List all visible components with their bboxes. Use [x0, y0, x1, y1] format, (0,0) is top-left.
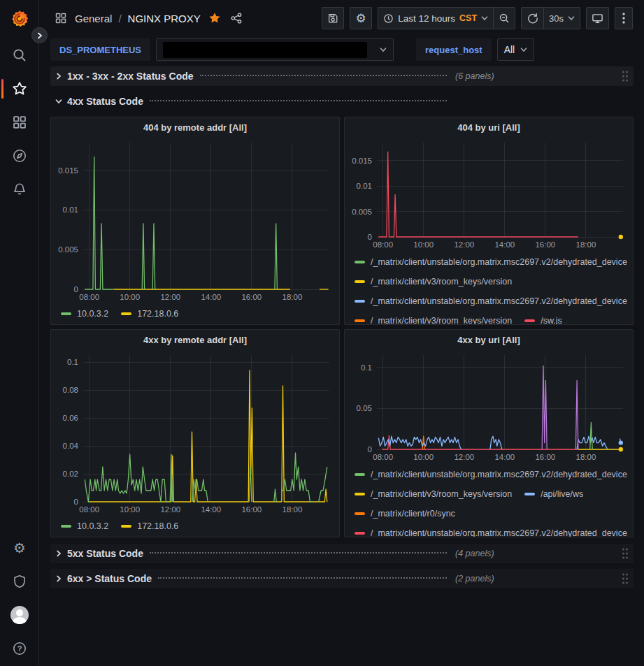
dashboard-header: General / NGINX PROXY — [39, 0, 644, 36]
series-color-swatch — [121, 312, 131, 315]
series-color-swatch — [355, 319, 365, 322]
sidebar-item-favorites[interactable] — [0, 77, 39, 101]
legend-item[interactable]: /api/live/ws — [524, 484, 583, 504]
legend-item[interactable]: /_matrix/client/r0/sync — [355, 504, 455, 523]
sidebar-item-profile[interactable] — [0, 603, 39, 627]
chevron-right-icon — [55, 550, 62, 557]
series-color-swatch — [355, 300, 365, 303]
more-options-button[interactable] — [615, 7, 633, 29]
sidebar-item-explore[interactable] — [0, 144, 39, 168]
panel-legend: 10.0.3.2172.18.0.6 — [51, 303, 339, 324]
row-drag-handle[interactable] — [621, 547, 629, 560]
legend-item[interactable]: 10.0.3.2 — [61, 517, 108, 535]
svg-text:?: ? — [17, 644, 22, 653]
dashboard-settings-button[interactable]: ⚙ — [350, 7, 372, 29]
chevron-down-icon — [55, 98, 62, 105]
panel-legend: /_matrix/client/unstable/org.matrix.msc2… — [345, 251, 633, 324]
save-dashboard-button[interactable] — [322, 7, 344, 29]
series-label: /_matrix/client/unstable/org.matrix.msc2… — [371, 528, 627, 537]
variable-label-request-host: request_host — [416, 38, 492, 61]
svg-text:08:00: 08:00 — [373, 453, 393, 461]
series-label: /_matrix/client/v3/room_keys/version — [371, 489, 512, 499]
sidebar-item-help[interactable]: ? — [0, 637, 39, 660]
panel-4xx-by-remote-addr: 4xx by remote addr [All] 08:0010:0012:00… — [50, 329, 340, 537]
help-icon: ? — [12, 641, 27, 656]
grafana-logo[interactable] — [0, 0, 38, 32]
apps-grid-icon — [12, 115, 27, 130]
row-header-4xx[interactable]: 4xx Status Code — [50, 92, 634, 111]
row-drag-handle[interactable] — [621, 572, 629, 585]
series-label: /_matrix/client/v3/room_keys/version — [371, 277, 512, 287]
svg-text:0.04: 0.04 — [63, 442, 79, 450]
time-series-plot[interactable]: 08:0010:0012:0014:0016:0018:0000.0050.01… — [345, 137, 633, 251]
empty-area — [50, 594, 634, 664]
series-color-swatch — [355, 493, 365, 495]
svg-text:08:00: 08:00 — [79, 293, 99, 301]
row-header-5xx[interactable]: 5xx Status Code (4 panels) — [50, 544, 634, 563]
row-drag-handle[interactable] — [621, 70, 629, 82]
legend-item[interactable]: 172.18.0.6 — [121, 305, 178, 323]
svg-text:0.005: 0.005 — [58, 245, 78, 254]
row-header-1xx-3xx-2xx[interactable]: 1xx - 3xx - 2xx Status Code (6 panels) — [50, 66, 634, 86]
panel-4xx-by-uri: 4xx by uri [All] 08:0010:0012:0014:0016:… — [344, 329, 634, 537]
svg-text:0.005: 0.005 — [352, 208, 372, 216]
svg-text:16:00: 16:00 — [241, 293, 262, 301]
svg-text:0: 0 — [368, 233, 372, 241]
sidebar-item-alerting[interactable] — [0, 178, 39, 201]
legend-item[interactable]: /_matrix/client/unstable/org.matrix.msc2… — [355, 252, 627, 272]
series-label: 10.0.3.2 — [77, 309, 108, 319]
legend-item[interactable]: 172.18.0.6 — [121, 517, 178, 535]
legend-item[interactable]: /_matrix/client/v3/room_keys/version — [355, 484, 512, 504]
time-range-picker[interactable]: Last 12 hours CST — [378, 7, 493, 29]
time-series-plot[interactable]: 08:0010:0012:0014:0016:0018:0000.0050.01… — [51, 137, 339, 303]
series-color-swatch — [524, 319, 535, 322]
dotted-leader — [150, 552, 447, 553]
gear-icon: ⚙ — [13, 541, 26, 555]
legend-item[interactable]: /_matrix/client/unstable/org.matrix.msc2… — [355, 465, 627, 484]
sidebar-item-configuration[interactable]: ⚙ — [0, 536, 39, 560]
zoom-out-time-button[interactable] — [493, 7, 515, 29]
legend-item[interactable]: /_matrix/client/unstable/org.matrix.msc2… — [355, 291, 627, 311]
sidebar-item-dashboards[interactable] — [0, 110, 39, 134]
legend-item[interactable]: /_matrix/client/v3/room_keys/version — [355, 311, 512, 324]
chevron-down-icon — [568, 15, 575, 22]
sidebar-item-server-admin[interactable] — [0, 570, 39, 593]
breadcrumb-section[interactable]: General — [75, 13, 112, 24]
series-color-swatch — [355, 261, 365, 263]
refresh-group: 30s — [521, 7, 580, 29]
svg-text:0.015: 0.015 — [58, 166, 78, 175]
legend-item[interactable]: /_matrix/client/v3/room_keys/version — [355, 272, 512, 291]
variable-select-ds-prometheus[interactable] — [156, 38, 394, 61]
chart-svg: 08:0010:0012:0014:0016:0018:0000.020.040… — [51, 349, 339, 516]
zoom-out-icon — [499, 13, 510, 24]
gear-icon: ⚙ — [356, 13, 366, 24]
panel-title[interactable]: 4xx by uri [All] — [345, 330, 633, 349]
panel-title[interactable]: 404 by remote addr [All] — [51, 117, 339, 137]
row-header-6xx[interactable]: 6xx > Status Code (2 panels) — [50, 569, 634, 588]
sidebar-item-search[interactable] — [0, 43, 39, 67]
panel-title[interactable]: 404 by uri [All] — [345, 117, 633, 137]
series-color-swatch — [355, 512, 365, 515]
refresh-interval-picker[interactable]: 30s — [543, 7, 580, 29]
favorite-star-button[interactable] — [207, 10, 222, 26]
chevron-down-icon — [520, 46, 527, 53]
variable-select-request-host[interactable]: All — [497, 38, 535, 61]
legend-item[interactable]: /_matrix/client/unstable/org.matrix.msc2… — [355, 523, 627, 537]
avatar — [10, 606, 29, 624]
svg-text:10:00: 10:00 — [120, 505, 140, 514]
chevron-right-icon — [36, 32, 43, 39]
share-button[interactable] — [229, 10, 244, 26]
redacted-value — [163, 42, 367, 58]
refresh-button[interactable] — [521, 7, 543, 29]
svg-text:18:00: 18:00 — [282, 293, 303, 301]
time-series-plot[interactable]: 08:0010:0012:0014:0016:0018:0000.050.1 — [345, 349, 633, 463]
refresh-interval-label: 30s — [549, 13, 564, 24]
legend-item[interactable]: 10.0.3.2 — [61, 305, 108, 323]
legend-item[interactable]: /sw.js — [524, 311, 562, 324]
sidebar-expand-button[interactable] — [31, 27, 48, 43]
time-series-plot[interactable]: 08:0010:0012:0014:0016:0018:0000.020.040… — [51, 349, 339, 516]
chevron-down-icon — [481, 15, 488, 22]
dotted-leader — [200, 75, 447, 76]
panel-title[interactable]: 4xx by remote addr [All] — [51, 330, 339, 349]
cycle-view-mode-button[interactable] — [586, 7, 609, 29]
